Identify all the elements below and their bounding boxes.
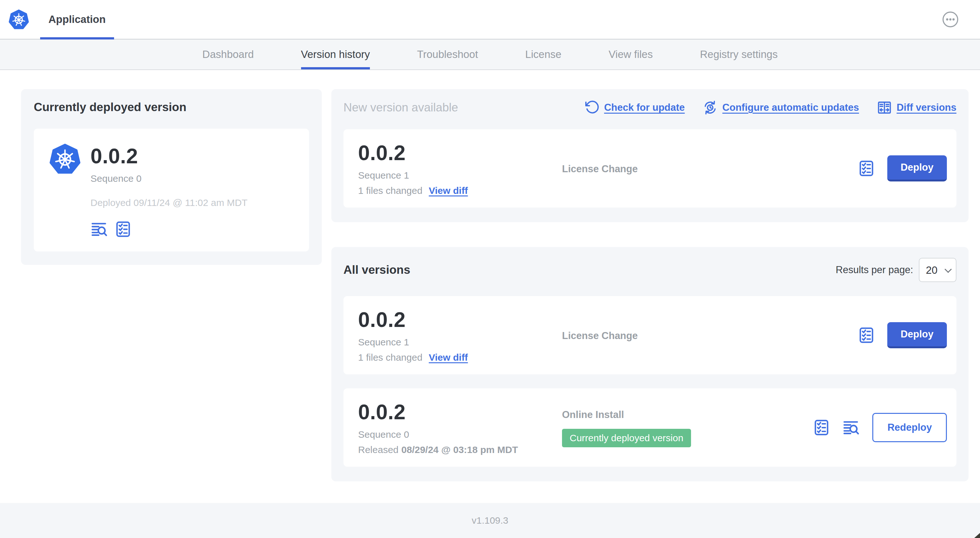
results-per-page-select[interactable]: 20: [919, 258, 956, 282]
version-number: 0.0.2: [358, 400, 562, 424]
currently-deployed-title: Currently deployed version: [34, 101, 309, 114]
screen-corner-artifact: [974, 533, 980, 538]
tab-registry-settings[interactable]: Registry settings: [700, 40, 778, 70]
check-for-update-link[interactable]: Check for update: [584, 100, 685, 115]
tab-troubleshoot[interactable]: Troubleshoot: [417, 40, 478, 70]
preflight-checks-icon[interactable]: [858, 159, 875, 177]
currently-deployed-panel: Currently deployed version 0.0.2 Sequenc…: [21, 89, 322, 265]
ellipsis-icon: [942, 11, 959, 28]
version-sequence: Sequence 1: [358, 170, 562, 181]
tab-version-history[interactable]: Version history: [301, 40, 370, 70]
sub-nav: Dashboard Version history Troubleshoot L…: [0, 40, 980, 70]
refresh-icon: [584, 100, 600, 115]
version-source-label: Online Install: [562, 409, 813, 421]
main-content: Currently deployed version 0.0.2 Sequenc…: [0, 70, 980, 481]
version-source-label: License Change: [562, 330, 858, 341]
version-source-label: License Change: [562, 163, 858, 175]
all-versions-panel: All versions Results per page: 20 0.0.2 …: [331, 247, 969, 481]
preflight-checks-icon[interactable]: [114, 220, 132, 238]
current-version-deployed-date: Deployed 09/11/24 @ 11:02 am MDT: [91, 197, 248, 208]
app-tab-label: Application: [48, 13, 106, 25]
console-version: v1.109.3: [471, 515, 508, 526]
preflight-checks-icon[interactable]: [858, 326, 875, 344]
files-changed-text: 1 files changed: [358, 352, 422, 363]
files-changed-text: 1 files changed: [358, 185, 422, 196]
released-date-line: Released08/29/24 @ 03:18 pm MDT: [358, 444, 562, 455]
deploy-button[interactable]: Deploy: [887, 322, 947, 348]
new-version-card: 0.0.2 Sequence 1 1 files changed View di…: [344, 129, 956, 208]
tab-view-files[interactable]: View files: [609, 40, 653, 70]
app-tab[interactable]: Application: [40, 0, 114, 39]
current-version-number: 0.0.2: [91, 144, 248, 168]
version-row: 0.0.2 Sequence 1 1 files changed View di…: [344, 296, 956, 375]
view-logs-icon[interactable]: [91, 220, 108, 238]
configure-automatic-updates-link[interactable]: Configure automatic updates: [703, 100, 859, 115]
view-diff-link[interactable]: View diff: [429, 352, 468, 363]
header-right: [942, 0, 980, 39]
currently-deployed-card: 0.0.2 Sequence 0 Deployed 09/11/24 @ 11:…: [34, 129, 309, 251]
scheduled-update-icon: [703, 100, 718, 115]
view-logs-icon[interactable]: [842, 419, 860, 436]
diff-versions-link[interactable]: Diff versions: [877, 100, 956, 115]
overflow-menu-button[interactable]: [942, 11, 959, 28]
tab-dashboard[interactable]: Dashboard: [202, 40, 254, 70]
deploy-button[interactable]: Deploy: [887, 156, 947, 181]
view-diff-link[interactable]: View diff: [429, 185, 468, 196]
all-versions-title: All versions: [344, 263, 410, 277]
app-header: Application: [0, 0, 980, 40]
currently-deployed-badge: Currently deployed version: [562, 429, 691, 447]
diff-icon: [877, 100, 892, 115]
footer: v1.109.3: [0, 503, 980, 538]
version-number: 0.0.2: [358, 308, 562, 332]
version-number: 0.0.2: [358, 141, 562, 165]
version-sequence: Sequence 1: [358, 337, 562, 348]
new-version-title: New version available: [344, 101, 458, 114]
tab-license[interactable]: License: [525, 40, 562, 70]
kubernetes-app-icon: [49, 143, 81, 175]
version-row: 0.0.2 Sequence 0 Released08/29/24 @ 03:1…: [344, 388, 956, 467]
kubernetes-logo-icon: [8, 9, 29, 30]
new-version-panel: New version available Check for update C…: [331, 89, 969, 222]
redeploy-button[interactable]: Redeploy: [872, 413, 947, 442]
current-version-sequence: Sequence 0: [91, 173, 248, 184]
results-per-page-label: Results per page:: [836, 264, 913, 276]
version-sequence: Sequence 0: [358, 429, 562, 440]
preflight-checks-icon[interactable]: [813, 419, 830, 436]
